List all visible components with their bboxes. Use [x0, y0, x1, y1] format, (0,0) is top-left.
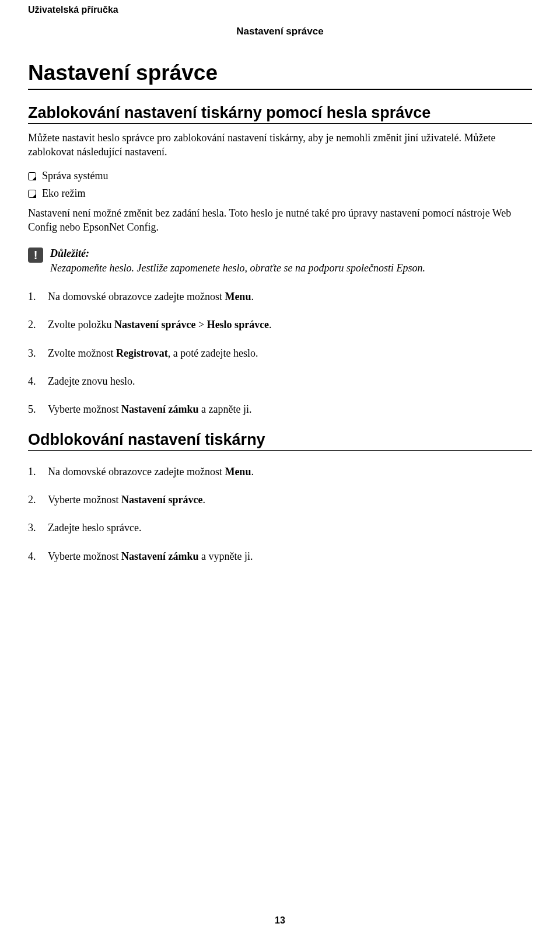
bullet-item: Eko režim — [28, 186, 532, 200]
bullet-text: Eko režim — [42, 187, 85, 199]
page: Uživatelská příručka Nastavení správce N… — [0, 0, 560, 934]
step-item: Zvolte položku Nastavení správce > Heslo… — [28, 318, 532, 332]
step-item: Na domovské obrazovce zadejte možnost Me… — [28, 290, 532, 304]
doc-title: Uživatelská příručka — [28, 5, 532, 15]
important-icon: ! — [28, 248, 43, 263]
step-item: Zadejte heslo správce. — [28, 521, 532, 535]
steps-lock: Na domovské obrazovce zadejte možnost Me… — [28, 290, 532, 416]
after-bullets-paragraph: Nastavení není možné změnit bez zadání h… — [28, 206, 532, 235]
step-item: Na domovské obrazovce zadejte možnost Me… — [28, 465, 532, 479]
steps-unlock: Na domovské obrazovce zadejte možnost Me… — [28, 465, 532, 563]
heading-1: Nastavení správce — [28, 61, 532, 90]
heading-lock: Zablokování nastavení tiskárny pomocí he… — [28, 104, 532, 124]
bullet-item: Správa systému — [28, 169, 532, 183]
important-content: Důležité: Nezapomeňte heslo. Jestliže za… — [50, 246, 425, 276]
intro-paragraph: Můžete nastavit heslo správce pro zablok… — [28, 131, 532, 159]
important-label: Důležité: — [50, 246, 425, 261]
step-item: Vyberte možnost Nastavení zámku a vypnět… — [28, 549, 532, 563]
page-number: 13 — [0, 915, 560, 926]
step-item: Vyberte možnost Nastavení zámku a zapnět… — [28, 402, 532, 416]
step-item: Zvolte možnost Registrovat, a poté zadej… — [28, 346, 532, 360]
step-item: Zadejte znovu heslo. — [28, 374, 532, 388]
heading-unlock: Odblokování nastavení tiskárny — [28, 431, 532, 451]
important-box: ! Důležité: Nezapomeňte heslo. Jestliže … — [28, 246, 532, 276]
important-text: Nezapomeňte heslo. Jestliže zapomenete h… — [50, 261, 425, 276]
breadcrumb: Nastavení správce — [28, 26, 532, 37]
bullet-icon — [28, 190, 36, 198]
bullet-text: Správa systému — [42, 170, 108, 182]
step-item: Vyberte možnost Nastavení správce. — [28, 493, 532, 507]
bullet-icon — [28, 172, 36, 180]
